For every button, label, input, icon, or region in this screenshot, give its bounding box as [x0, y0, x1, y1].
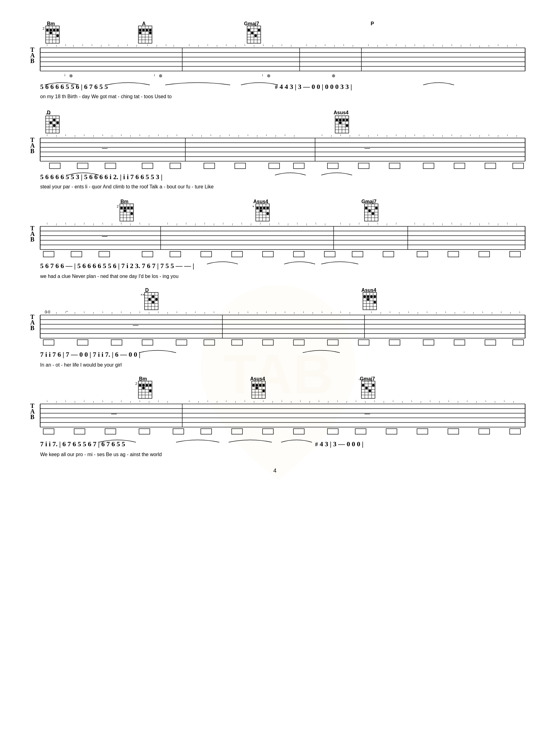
mute-3: ⊗ [267, 73, 271, 78]
svg-text:↑: ↑ [111, 400, 113, 404]
svg-point-121 [50, 122, 52, 124]
svg-text:↓: ↓ [429, 399, 431, 402]
strum-pattern-3: ↓ ↑ ↓ ↑ ↓ ↑ ↓ ↑ ↓ ↑ ↓ ↑ ↓ ↑ ↓ ↑ ↓ ↑ ↓ ↑ [46, 221, 518, 226]
svg-point-208 [124, 207, 126, 209]
svg-point-226 [260, 210, 262, 212]
svg-text:↑: ↑ [513, 400, 515, 404]
svg-text:↓: ↓ [46, 310, 48, 314]
tie-2-2 [275, 173, 306, 175]
p-label: P [371, 21, 374, 26]
svg-point-120 [53, 119, 56, 121]
svg-text:↓: ↓ [65, 310, 67, 314]
bracket-4-15 [485, 340, 496, 345]
svg-text:↑: ↑ [315, 44, 317, 47]
svg-text:↓: ↓ [414, 43, 416, 46]
chord-asus4-s5-label: Asus4 [250, 376, 265, 382]
bracket-5-6 [201, 429, 212, 434]
svg-text:↓: ↓ [395, 43, 397, 46]
svg-point-414 [252, 384, 255, 387]
bracket-5-7 [232, 429, 242, 434]
notes-line-2: 5 6 6 6 6 5 5 3 | 5 6 6 6 6 i 2. | i i 7… [40, 173, 163, 181]
svg-text:↓: ↓ [213, 310, 215, 314]
svg-text:↓: ↓ [281, 43, 283, 46]
bracket-4-2 [77, 340, 88, 345]
svg-text:↓: ↓ [263, 43, 265, 46]
svg-text:↓: ↓ [343, 43, 345, 46]
svg-text:↓: ↓ [451, 43, 453, 46]
svg-text:↓: ↓ [470, 43, 472, 46]
bracket-2-10 [327, 163, 338, 169]
svg-text:↑: ↑ [334, 44, 336, 47]
tab-b-3: B [30, 236, 34, 243]
strum-pattern-2: ↓ ↑ ↓ ↑ ↓ ↑ ↓ ↑ ↓ ↑ ↓ ↑ ↓ ↑ ↓ ↓ ↑ ↓ ↑ ↓ [46, 133, 518, 138]
svg-text:↓: ↓ [358, 221, 360, 225]
svg-text:↑: ↑ [491, 311, 493, 315]
tie-4 [241, 83, 278, 85]
svg-text:↓: ↓ [65, 221, 67, 225]
chord-asus4-1-label: Asus4 [334, 110, 348, 115]
notes-line-3: 5 6 7 6 6 — | 5 6 6 6 6 5 5 6 | 7 i 2 3.… [40, 262, 194, 269]
bracket-3-12 [383, 251, 394, 257]
bracket-5-3 [105, 429, 116, 434]
svg-point-312 [148, 298, 151, 301]
svg-text:↓: ↓ [225, 399, 227, 402]
svg-text:↓: ↓ [83, 399, 85, 402]
svg-text:↑: ↑ [324, 222, 326, 226]
content: Bm 2 A [25, 12, 531, 717]
svg-text:↑: ↑ [479, 222, 481, 226]
bracket-3-2 [71, 251, 82, 257]
svg-text:↓: ↓ [46, 221, 48, 225]
svg-text:↑: ↑ [473, 311, 475, 315]
svg-point-313 [155, 298, 158, 301]
svg-text:↑: ↑ [56, 400, 58, 404]
svg-text:↑: ↑ [195, 222, 197, 226]
mute-1: ⊗ [69, 73, 73, 78]
svg-text:↑: ↑ [130, 222, 132, 226]
svg-text:↓: ↓ [445, 310, 447, 314]
page: TAB Bm 2 A [0, 0, 556, 756]
svg-text:↑: ↑ [368, 222, 370, 226]
svg-text:↓: ↓ [371, 310, 373, 314]
svg-text:↑: ↑ [309, 400, 311, 404]
svg-text:↓: ↓ [355, 399, 357, 402]
svg-text:↓: ↓ [426, 310, 428, 314]
svg-text:↓: ↓ [225, 43, 227, 46]
svg-point-239 [375, 207, 378, 209]
lyrics-5: We keep all our pro - mi - ses Be us ag … [40, 452, 162, 457]
svg-text:↑: ↑ [460, 44, 462, 47]
svg-point-227 [267, 213, 269, 215]
bracket-5-1 [43, 429, 54, 434]
svg-text:↓: ↓ [337, 399, 339, 402]
svg-text:↓: ↓ [507, 221, 509, 225]
chord-asus4-s3-fret: × [252, 205, 254, 208]
svg-text:↑: ↑ [93, 134, 95, 138]
bracket-4-8 [263, 340, 273, 345]
svg-text:↓: ↓ [46, 133, 48, 137]
bracket-5-2 [74, 429, 85, 434]
svg-text:↓: ↓ [368, 43, 370, 46]
svg-point-25 [139, 29, 141, 32]
svg-text:↓: ↓ [46, 43, 48, 46]
svg-point-329 [374, 301, 376, 303]
svg-text:↑: ↑ [516, 222, 518, 226]
svg-text:↑: ↑ [460, 222, 462, 226]
svg-text:↑: ↑ [130, 311, 132, 315]
svg-text:↑: ↑ [442, 222, 444, 226]
svg-text:↓: ↓ [229, 133, 231, 137]
svg-point-223 [260, 207, 262, 209]
svg-text:↓: ↓ [340, 221, 342, 225]
svg-text:↑: ↑ [457, 400, 459, 404]
svg-text:↓: ↓ [188, 399, 190, 402]
dash-s3-1: — [102, 233, 108, 239]
bracket-4-5 [176, 340, 187, 345]
svg-text:↓: ↓ [120, 310, 122, 314]
svg-point-122 [57, 122, 59, 124]
svg-text:↓: ↓ [83, 310, 85, 314]
lyrics-4: In an - ot - her life I would be your gi… [40, 362, 122, 367]
svg-text:↓: ↓ [470, 221, 472, 225]
svg-point-416 [259, 384, 262, 387]
svg-text:↓: ↓ [284, 310, 286, 314]
svg-text:↓: ↓ [185, 221, 187, 225]
svg-point-433 [369, 390, 371, 392]
svg-text:↑: ↑ [275, 134, 277, 138]
